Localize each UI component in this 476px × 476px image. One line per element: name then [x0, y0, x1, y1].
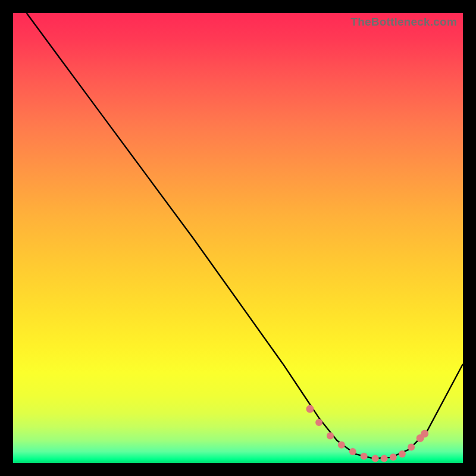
highlight-marker	[399, 450, 406, 458]
highlight-marker	[408, 444, 415, 451]
highlight-marker	[338, 441, 345, 449]
highlight-marker	[349, 448, 356, 455]
main-curve	[27, 13, 463, 458]
highlight-marker	[306, 405, 314, 413]
highlight-marker	[381, 455, 388, 462]
highlight-marker	[315, 419, 322, 426]
chart-svg	[13, 13, 463, 463]
highlight-marker	[327, 433, 334, 440]
highlight-marker	[372, 455, 379, 462]
watermark-text: TheBottleneck.com	[350, 15, 457, 29]
chart-frame: TheBottleneck.com	[0, 0, 476, 476]
marker-layer	[306, 405, 429, 462]
highlight-marker	[421, 430, 428, 437]
plot-area: TheBottleneck.com	[13, 13, 463, 463]
highlight-marker	[361, 453, 368, 460]
highlight-marker	[390, 453, 397, 461]
curve-layer	[27, 13, 463, 458]
